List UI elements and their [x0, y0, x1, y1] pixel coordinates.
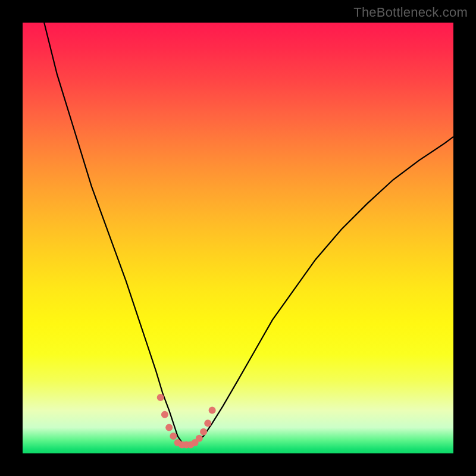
marker-dot — [161, 411, 168, 418]
plot-area — [23, 23, 453, 453]
marker-dot — [170, 433, 177, 440]
marker-dot — [200, 428, 207, 436]
marker-dot — [157, 394, 164, 401]
marker-dot — [204, 419, 211, 427]
marker-dot — [196, 435, 203, 442]
marker-dot — [165, 424, 173, 431]
marker-dot — [209, 407, 216, 414]
chart-svg — [23, 23, 453, 453]
chart-container: TheBottleneck.com — [0, 0, 476, 476]
bottleneck-curve — [44, 23, 453, 445]
watermark: TheBottleneck.com — [353, 5, 468, 20]
